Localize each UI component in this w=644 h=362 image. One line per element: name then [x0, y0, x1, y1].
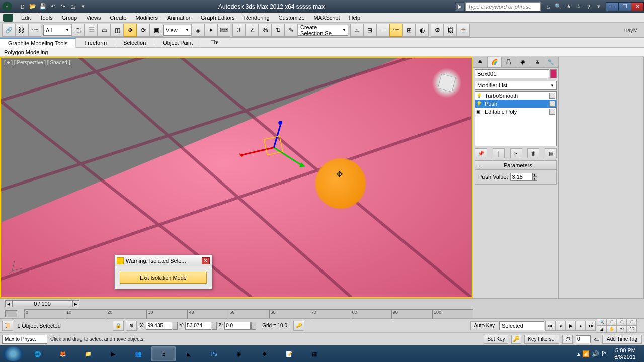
panel-tab-motion[interactable]: ◉ [516, 57, 530, 67]
add-time-tag-button[interactable]: Add Time Tag [602, 335, 642, 344]
make-unique-button[interactable]: ✂ [510, 148, 522, 158]
panel-tab-modify[interactable]: 🌈 [488, 57, 502, 67]
taskbar-3dsmax-icon[interactable]: Ǝ [151, 346, 176, 361]
zoom-ext-icon[interactable]: ⊞ [617, 319, 627, 326]
qat-save-icon[interactable]: 💾 [38, 3, 47, 11]
modifier-toggle[interactable] [549, 101, 555, 107]
qat-undo-icon[interactable]: ↶ [48, 3, 57, 11]
manipulate-button[interactable]: ✦ [204, 24, 217, 37]
help-icon[interactable]: ? [584, 2, 593, 11]
maxscript-listener-icon[interactable]: 📜 [2, 321, 13, 331]
zoom-icon[interactable]: 🔍 [597, 319, 607, 326]
timeslider-next-icon[interactable]: ▸ [72, 300, 79, 307]
pivot-center-button[interactable]: ◈ [191, 24, 204, 37]
menu-modifiers[interactable]: Modifiers [131, 14, 162, 22]
panel-tab-hierarchy[interactable]: 品 [502, 57, 516, 67]
menu-tools[interactable]: Tools [36, 14, 57, 22]
start-button[interactable] [3, 346, 23, 361]
unlink-button[interactable]: ⛓ [15, 24, 28, 37]
mirror-button[interactable]: ⎌ [350, 24, 363, 37]
pin-stack-button[interactable]: 📌 [475, 148, 487, 158]
select-by-name-button[interactable]: ☰ [85, 24, 98, 37]
z-input[interactable] [224, 322, 251, 330]
modifier-stack[interactable]: 💡 TurboSmooth 💡 Push ▣ Editable Poly [475, 91, 557, 146]
z-spinner[interactable] [251, 322, 256, 330]
schematic-view-button[interactable]: ⊞ [403, 24, 416, 37]
selection-filter-dropdown[interactable]: All [43, 25, 71, 36]
show-desktop-button[interactable] [639, 346, 643, 361]
spinner-snap-button[interactable]: ⇅ [272, 24, 285, 37]
spinner-down-icon[interactable]: ▼ [532, 177, 537, 181]
star-icon[interactable]: ☆ [574, 2, 583, 11]
current-frame-input[interactable] [576, 335, 591, 343]
zoom-all-icon[interactable]: ⊡ [607, 319, 617, 326]
time-tag-icon[interactable]: 🏷 [594, 336, 599, 342]
menu-rendering[interactable]: Rendering [240, 14, 274, 22]
bind-spacewarp-button[interactable]: 〰 [28, 24, 41, 37]
x-spinner[interactable] [173, 322, 178, 330]
trackbar-ruler[interactable]: 0 10 20 30 40 50 60 70 80 90 100 [24, 309, 473, 318]
menu-maxscript[interactable]: MAXScript [310, 14, 344, 22]
taskbar-app1-icon[interactable]: ◣ [177, 346, 201, 361]
menu-help[interactable]: Help [345, 14, 365, 22]
panel-tab-display[interactable]: 🖥 [530, 57, 544, 67]
timeslider-handle[interactable]: 0 / 100 [12, 300, 72, 307]
setkey-button[interactable]: Set Key [484, 335, 508, 344]
exit-isolation-button[interactable]: Exit Isolation Mode [120, 272, 207, 284]
modifier-toggle[interactable] [549, 93, 555, 99]
show-end-result-button[interactable]: ║ [493, 148, 505, 158]
select-region-button[interactable]: ▭ [98, 24, 111, 37]
system-clock[interactable]: 5:00 PM 8/8/2011 [611, 347, 639, 360]
refcoord-dropdown[interactable]: View [163, 25, 191, 36]
ribbon-tab-graphite[interactable]: Graphite Modeling Tools [0, 38, 76, 48]
comm-center-icon[interactable]: 🔑 [293, 321, 304, 331]
menu-animation[interactable]: Animation [163, 14, 196, 22]
viewport[interactable]: [ + ] [ Perspective ] [ Shaded ] [0, 57, 473, 298]
modifier-row-editable-poly[interactable]: ▣ Editable Poly [475, 108, 556, 116]
menu-customize[interactable]: Customize [275, 14, 309, 22]
fov-icon[interactable]: ◢ [597, 326, 607, 333]
goto-start-icon[interactable]: ⏮ [545, 321, 555, 331]
orbit-icon[interactable]: ⟲ [617, 326, 627, 333]
select-move-button[interactable]: ✥ [124, 24, 137, 37]
taskbar-media-icon[interactable]: ▶ [101, 346, 125, 361]
exchange-icon[interactable]: 🔍 [554, 2, 563, 11]
select-object-button[interactable]: ⬚ [71, 24, 85, 37]
help-dd-icon[interactable]: ▾ [594, 2, 603, 11]
application-menu-icon[interactable] [3, 14, 13, 22]
pan-icon[interactable]: ✋ [607, 326, 617, 333]
modifier-list-dropdown[interactable]: Modifier List [475, 81, 557, 90]
viewcube[interactable] [432, 68, 462, 98]
qat-open-icon[interactable]: 📂 [28, 3, 37, 11]
menu-graph-editors[interactable]: Graph Editors [197, 14, 239, 22]
taskbar-ie-icon[interactable]: 🌐 [26, 346, 50, 361]
subscription-icon[interactable]: ⌂ [544, 2, 553, 11]
object-color-swatch[interactable] [550, 69, 557, 78]
menu-edit[interactable]: Edit [17, 14, 35, 22]
ribbon-tab-freeform[interactable]: Freeform [76, 38, 115, 47]
taskbar-live-icon[interactable]: 👥 [126, 346, 150, 361]
curve-editor-button[interactable]: 〰 [389, 24, 403, 37]
taskbar-chrome-icon[interactable]: ◉ [227, 346, 251, 361]
ribbon-tab-object-paint[interactable]: Object Paint [154, 38, 201, 47]
app-icon[interactable]: Ǝ [2, 2, 12, 12]
x-input[interactable] [146, 322, 172, 330]
panel-tab-utilities[interactable]: 🔧 [544, 57, 558, 67]
keyfilters-button[interactable]: Key Filters... [524, 335, 559, 344]
configure-sets-button[interactable]: ▤ [545, 148, 557, 158]
window-close-button[interactable]: ✕ [631, 2, 644, 11]
window-minimize-button[interactable]: ─ [606, 2, 619, 11]
tray-volume-icon[interactable]: 🔊 [592, 350, 599, 357]
setkey-key-icon[interactable]: 🔑 [511, 335, 521, 344]
snap-toggle-button[interactable]: 3 [232, 24, 246, 37]
qat-new-icon[interactable]: 🗋 [18, 3, 27, 11]
tray-show-hidden-icon[interactable]: ▴ [577, 350, 580, 357]
keyboard-shortcut-button[interactable]: ⌨ [217, 24, 230, 37]
link-button[interactable]: 🔗 [2, 24, 15, 37]
tray-flag-icon[interactable]: 🏳 [601, 350, 607, 357]
prev-frame-icon[interactable]: ◂ [555, 321, 566, 331]
taskbar-photoshop-icon[interactable]: Ps [202, 346, 226, 361]
zoom-ext-all-icon[interactable]: ⊟ [627, 319, 637, 326]
maxscript-mini-listener[interactable]: Max to Physc. [2, 335, 47, 344]
taskbar-app3-icon[interactable]: ▦ [302, 346, 327, 361]
